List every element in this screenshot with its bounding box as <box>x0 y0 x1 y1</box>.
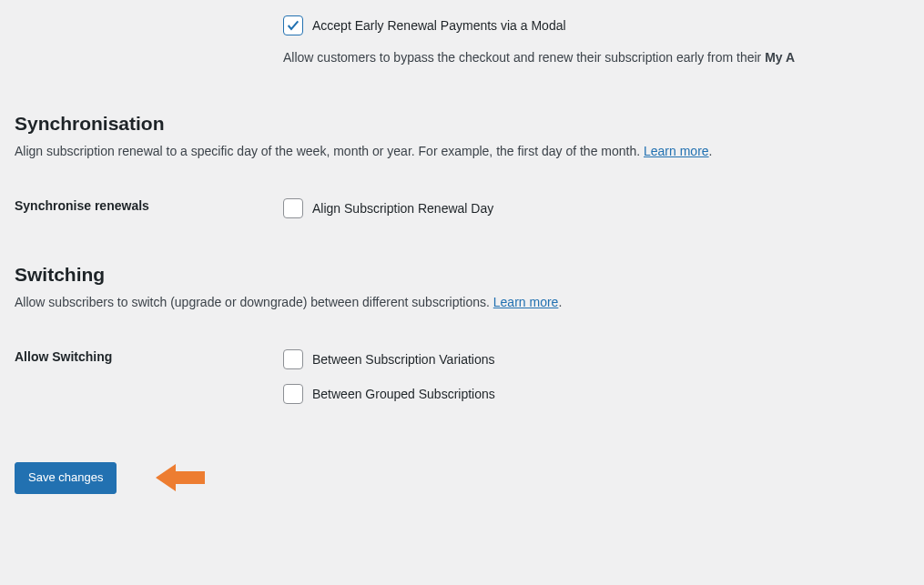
synchronisation-learn-more-link[interactable]: Learn more <box>644 144 709 158</box>
between-grouped-checkbox[interactable] <box>283 384 303 404</box>
early-renewal-row: Accept Early Renewal Payments via a Moda… <box>15 15 909 65</box>
arrow-annotation-icon <box>156 462 205 493</box>
early-renewal-field-col: Accept Early Renewal Payments via a Moda… <box>283 15 909 65</box>
between-variations-option[interactable]: Between Subscription Variations <box>283 349 909 369</box>
switching-learn-more-link[interactable]: Learn more <box>493 295 559 309</box>
switching-heading: Switching <box>15 264 909 286</box>
between-variations-label: Between Subscription Variations <box>312 352 495 367</box>
checkmark-icon <box>286 18 300 33</box>
synchronise-renewals-row: Synchronise renewals Align Subscription … <box>15 198 909 218</box>
accept-early-renewal-modal-option[interactable]: Accept Early Renewal Payments via a Moda… <box>283 15 909 35</box>
allow-switching-field: Between Subscription Variations Between … <box>283 349 909 404</box>
synchronisation-heading: Synchronisation <box>15 113 909 135</box>
between-grouped-label: Between Grouped Subscriptions <box>312 387 495 401</box>
between-variations-checkbox[interactable] <box>283 349 303 369</box>
switching-description: Allow subscribers to switch (upgrade or … <box>15 295 909 309</box>
synchronise-renewals-field: Align Subscription Renewal Day <box>283 198 909 218</box>
between-grouped-option[interactable]: Between Grouped Subscriptions <box>283 384 909 404</box>
synchronise-renewals-label: Synchronise renewals <box>15 198 283 213</box>
save-area: Save changes <box>15 462 909 494</box>
save-changes-button[interactable]: Save changes <box>15 462 117 494</box>
synchronisation-description: Align subscription renewal to a specific… <box>15 144 909 158</box>
early-renewal-description: Allow customers to bypass the checkout a… <box>283 50 909 65</box>
align-renewal-day-checkbox[interactable] <box>283 198 303 218</box>
allow-switching-row: Allow Switching Between Subscription Var… <box>15 349 909 404</box>
allow-switching-label: Allow Switching <box>15 349 283 364</box>
svg-marker-0 <box>156 464 205 491</box>
align-renewal-day-option[interactable]: Align Subscription Renewal Day <box>283 198 909 218</box>
align-renewal-day-label: Align Subscription Renewal Day <box>312 201 493 216</box>
accept-early-renewal-modal-checkbox[interactable] <box>283 15 303 35</box>
accept-early-renewal-modal-label: Accept Early Renewal Payments via a Moda… <box>312 18 566 33</box>
